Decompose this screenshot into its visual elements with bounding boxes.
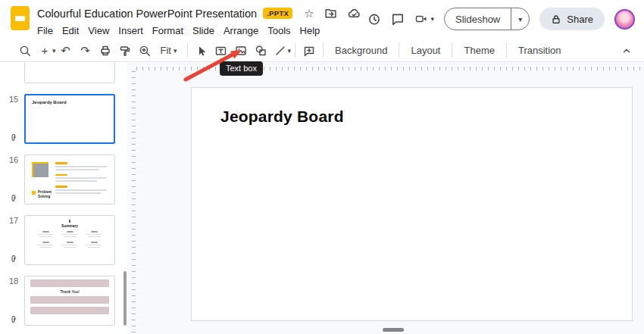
bullet-square xyxy=(32,191,36,195)
text-line xyxy=(62,245,77,246)
slide-meta-column: 15 xyxy=(5,94,24,144)
text-line xyxy=(39,247,52,248)
text-line xyxy=(55,169,99,170)
text-line xyxy=(55,166,107,167)
toolbar-divider xyxy=(399,43,399,58)
menu-slide[interactable]: Slide xyxy=(188,23,219,38)
slide-row-14 xyxy=(5,62,127,83)
menu-file[interactable]: File xyxy=(33,23,58,38)
insert-image-button[interactable] xyxy=(231,42,251,60)
text-box-tooltip: Text box xyxy=(220,61,263,76)
text-line xyxy=(88,236,101,238)
menu-view[interactable]: View xyxy=(83,23,114,38)
paint-format-button[interactable] xyxy=(115,42,135,60)
new-slide-dropdown[interactable]: ▾ xyxy=(52,47,56,55)
text-line xyxy=(55,162,67,164)
decorative-bar xyxy=(30,279,109,287)
comments-icon[interactable] xyxy=(391,12,405,26)
slide-thumbnail-14[interactable] xyxy=(24,62,115,83)
zoom-fit-dropdown[interactable]: Fit ▾ xyxy=(155,42,183,60)
menu-insert[interactable]: Insert xyxy=(114,23,148,38)
redo-button[interactable]: ↷ xyxy=(76,42,95,60)
text-line xyxy=(55,177,107,179)
paperclip-icon xyxy=(9,133,18,143)
slide-thumbnail-17[interactable]: Summary xyxy=(24,215,115,265)
slideshow-label: Slideshow xyxy=(445,14,511,25)
cloud-saved-icon[interactable] xyxy=(347,7,361,20)
title-row: Colourful Education PowerPoint Presentat… xyxy=(37,5,361,21)
slide-number: 17 xyxy=(9,216,18,225)
slide-title-text[interactable]: Jeopardy Board xyxy=(220,108,344,126)
slides-logo[interactable] xyxy=(11,6,30,30)
document-title[interactable]: Colourful Education PowerPoint Presentat… xyxy=(37,8,257,20)
ruler-ticks xyxy=(132,71,136,334)
header-center: Colourful Education PowerPoint Presentat… xyxy=(37,5,361,38)
menu-arrange[interactable]: Arrange xyxy=(219,23,263,38)
decorative-bar xyxy=(30,296,109,304)
slide-canvas[interactable]: Jeopardy Board xyxy=(191,87,633,321)
thumb-17-content: Summary xyxy=(25,216,114,248)
version-history-icon[interactable] xyxy=(367,12,381,26)
text-line xyxy=(42,231,49,233)
text-line xyxy=(91,242,98,243)
slideshow-button[interactable]: Slideshow ▾ xyxy=(444,8,530,30)
chevron-down-icon: ▾ xyxy=(174,47,177,55)
text-line xyxy=(39,236,52,238)
share-button[interactable]: Share xyxy=(539,8,605,30)
select-tool-button[interactable] xyxy=(192,42,211,60)
header: Colourful Education PowerPoint Presentat… xyxy=(0,0,644,39)
menu-edit[interactable]: Edit xyxy=(58,23,83,38)
decorative-bar xyxy=(30,307,109,314)
insert-comment-button[interactable] xyxy=(299,42,319,60)
background-button[interactable]: Background xyxy=(327,42,395,60)
undo-button[interactable]: ↶ xyxy=(56,42,76,60)
thumb-18-title: Thank You! xyxy=(30,290,109,294)
paperclip-icon xyxy=(9,194,18,204)
slide-thumbnail-15[interactable]: Jeopardy Board xyxy=(24,94,115,144)
pptx-badge: .PPTX xyxy=(263,8,292,19)
filmstrip-scrollbar[interactable] xyxy=(123,271,127,326)
text-box-tool-button[interactable] xyxy=(211,42,231,60)
toolbar-divider xyxy=(187,43,188,58)
layout-button[interactable]: Layout xyxy=(403,42,448,60)
decorative-tick xyxy=(69,220,70,223)
meet-button[interactable]: ▾ xyxy=(414,13,434,25)
account-avatar[interactable] xyxy=(614,9,635,30)
text-line xyxy=(38,245,53,246)
move-folder-icon[interactable] xyxy=(324,7,337,20)
slide-row-15: 15 Jeopardy Board xyxy=(5,94,127,144)
main-area: 15 Jeopardy Board 16 xyxy=(0,62,644,334)
slideshow-dropdown[interactable]: ▾ xyxy=(511,15,529,23)
text-line xyxy=(55,174,67,176)
text-line xyxy=(55,189,107,191)
menu-help[interactable]: Help xyxy=(295,23,325,38)
line-dropdown[interactable]: ▾ xyxy=(288,47,292,55)
horizontal-ruler xyxy=(136,62,644,71)
thumb-17-title: Summary xyxy=(61,224,78,228)
menu-format[interactable]: Format xyxy=(148,23,188,38)
slide-thumbnail-16[interactable]: Problem Solving xyxy=(24,155,115,204)
toolbar-divider xyxy=(506,43,507,58)
toolbar-divider xyxy=(452,43,452,58)
slide-number: 16 xyxy=(9,155,18,164)
text-line xyxy=(55,180,97,182)
print-button[interactable] xyxy=(95,42,115,60)
insert-shape-button[interactable] xyxy=(251,42,270,60)
search-menus-icon[interactable] xyxy=(15,42,35,60)
google-slides-app: Colourful Education PowerPoint Presentat… xyxy=(0,0,644,334)
collapse-toolbar-button[interactable] xyxy=(617,42,636,60)
slide-number: 18 xyxy=(9,276,18,286)
text-line xyxy=(91,231,98,233)
zoom-button[interactable] xyxy=(135,42,155,60)
horizontal-scrollbar[interactable] xyxy=(383,328,404,332)
theme-button[interactable]: Theme xyxy=(456,42,502,60)
slide-row-18: 18 Thank You! xyxy=(5,276,127,326)
slide-thumbnail-18[interactable]: Thank You! xyxy=(24,276,115,326)
thumb-15-title: Jeopardy Board xyxy=(26,95,114,105)
star-icon[interactable]: ☆ xyxy=(304,8,314,19)
slide-meta-column: 16 xyxy=(5,155,24,204)
thumb-16-content xyxy=(55,162,108,194)
transition-button[interactable]: Transition xyxy=(511,42,569,60)
header-actions: ▾ Slideshow ▾ Share xyxy=(367,8,635,30)
menu-tools[interactable]: Tools xyxy=(263,23,295,38)
